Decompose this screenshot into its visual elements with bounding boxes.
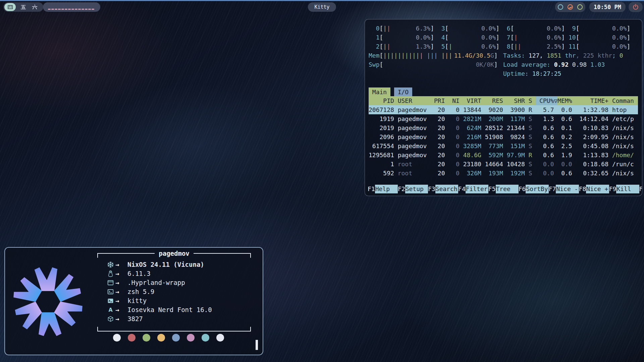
visualizer-bars xyxy=(48,9,94,10)
cpu-meter-10: 10[0.0%] xyxy=(565,33,630,42)
htop-tab-io[interactable]: I/O xyxy=(394,87,412,96)
top-bar: Kitty 10:50 PM xyxy=(0,0,644,15)
palette-dot xyxy=(202,334,209,342)
fetch-entry-text: NixOS 24.11 (Vicuna) xyxy=(127,260,204,269)
column-header-user[interactable]: USER xyxy=(398,96,431,105)
process-row[interactable]: 617554pagedmov2003285M773M151MS0.62.50:4… xyxy=(369,141,638,150)
cpu-meters: 0[||6.3%]3[0.0%]6[0.0%]9[0.0%]1[0.0%]4[0… xyxy=(369,24,640,51)
arrow-icon: → xyxy=(115,287,127,296)
htop-content: 0[||6.3%]3[0.0%]6[0.0%]9[0.0%]1[0.0%]4[0… xyxy=(365,19,642,196)
fetch-entry: →NixOS 24.11 (Vicuna) xyxy=(105,260,251,269)
window-icon xyxy=(105,279,115,286)
fkey-f8[interactable]: F8Nice + xyxy=(579,185,609,193)
terminal-cursor xyxy=(256,340,258,350)
htop-tabs: MainI/O xyxy=(369,87,640,96)
arrow-icon: → xyxy=(115,260,127,269)
cpu-meter-4: 4[0.0%] xyxy=(434,33,499,42)
process-row[interactable]: 2096pagedmov200216M519089824S0.60.22:09.… xyxy=(369,132,638,141)
process-row[interactable]: 1295681pagedmov20048.6G592M97.9MR0.61.91… xyxy=(369,150,638,160)
fetch-entries: →NixOS 24.11 (Vicuna)→6.11.3→.Hyprland-w… xyxy=(97,258,251,327)
fetch-entry-text: kitty xyxy=(127,296,147,305)
column-header-st[interactable]: S xyxy=(529,96,532,105)
cjk-glyph-icon xyxy=(20,4,26,10)
process-row[interactable]: 592root200326M193M192MS0.00.60:32.65/nix… xyxy=(369,169,638,178)
workspace-五[interactable] xyxy=(19,3,27,11)
column-header-mem[interactable]: MEM% xyxy=(557,96,572,105)
window-title-text: Kitty xyxy=(314,4,329,10)
fetch-entry: →zsh 5.9 xyxy=(105,287,251,296)
fkey-f9[interactable]: F9Kill xyxy=(609,185,639,193)
palette-dot xyxy=(143,334,150,342)
shell-prompt-icon xyxy=(105,288,115,295)
column-header-shr[interactable]: SHR xyxy=(507,96,525,105)
fkey-f2[interactable]: F2Setup xyxy=(398,185,428,193)
fkey-f5[interactable]: F5Tree xyxy=(488,185,519,193)
column-header-time[interactable]: TIME+ xyxy=(576,96,609,105)
cpu-meter-2: 2[||1.3%] xyxy=(369,42,434,51)
workspace-四[interactable] xyxy=(4,3,16,11)
power-button[interactable] xyxy=(629,2,643,12)
column-header-cpu[interactable]: CPU%▽ xyxy=(536,96,557,105)
nix-snowflake-icon xyxy=(105,261,115,268)
fetch-entry: →.Hyprland-wrapp xyxy=(105,278,251,287)
fetch-entry-text: 3827 xyxy=(127,314,143,323)
cpu-meter-7: 7[|0.6%] xyxy=(499,33,565,42)
fkey-f7[interactable]: F7Nice - xyxy=(549,185,579,193)
nixos-logo xyxy=(12,266,84,337)
fetch-entry: A→Iosevka Nerd Font 16.0 xyxy=(105,305,251,314)
font-icon: A xyxy=(105,306,115,313)
cpu-meter-11: 11[0.0%] xyxy=(565,42,630,51)
active-window-title-pill: Kitty xyxy=(308,2,336,12)
clock-pill[interactable]: 10:50 PM xyxy=(589,2,626,12)
cpu-meter-3: 3[0.0%] xyxy=(434,24,499,33)
fetch-info-box: pagedmov →NixOS 24.11 (Vicuna)→6.11.3→.H… xyxy=(97,253,251,331)
palette-dot xyxy=(172,334,180,342)
process-row[interactable]: 1919pagedmov2002821M200M117MS1.30.614:12… xyxy=(369,114,638,123)
column-header-pri[interactable]: PRI xyxy=(434,96,445,105)
cpu-meter-8: 8[||2.5%] xyxy=(499,42,565,51)
fetch-entry: →kitty xyxy=(105,296,251,305)
tux-penguin-icon xyxy=(105,270,115,277)
audio-visualizer-pill[interactable] xyxy=(43,2,100,12)
cpu-meter-0: 0[||6.3%] xyxy=(369,24,434,33)
night-light-icon[interactable] xyxy=(567,4,574,10)
terminal-icon xyxy=(105,297,115,304)
column-header-virt[interactable]: VIRT xyxy=(463,96,481,105)
tasks-line: Tasks: 127, 1851 thr, 225 kthr; 0 xyxy=(503,51,640,60)
arrow-icon: → xyxy=(115,278,127,287)
green-ring-icon[interactable] xyxy=(577,4,583,10)
fkey-f1[interactable]: F1Help xyxy=(368,185,398,193)
cpu-meter-1: 1[0.0%] xyxy=(369,33,434,42)
process-table-header[interactable]: PIDUSERPRINIVIRTRESSHRSCPU%▽MEM%TIME+Com… xyxy=(369,96,638,105)
fetch-username: pagedmov xyxy=(155,249,194,258)
process-row[interactable]: 1root200231801466410428S0.00.00:18.68/ru… xyxy=(369,160,638,169)
process-table-rows: 2067128pagedmov2001384490203900R5.70.01:… xyxy=(369,105,640,178)
swap-row: Swp[0K/0K] Load average: 0.92 0.98 1.03 xyxy=(369,60,640,69)
process-row[interactable]: 2067128pagedmov2001384490203900R5.70.01:… xyxy=(369,105,638,114)
column-header-pid[interactable]: PID xyxy=(369,96,394,105)
workspaces-pill[interactable] xyxy=(3,2,43,12)
tray-pill[interactable] xyxy=(555,2,585,12)
fetch-terminal-window[interactable]: pagedmov →NixOS 24.11 (Vicuna)→6.11.3→.H… xyxy=(4,247,263,355)
function-key-bar: F1HelpF2SetupF3SearchF4FilterF5TreeF6Sor… xyxy=(368,185,642,193)
fetch-entry-text: 6.11.3 xyxy=(127,269,151,278)
cpu-meter-6: 6[0.0%] xyxy=(499,24,565,33)
column-header-res[interactable]: RES xyxy=(485,96,503,105)
palette-dot xyxy=(187,334,195,342)
fkey-f3[interactable]: F3Search xyxy=(428,185,458,193)
swap-meter: Swp[0K/0K] xyxy=(369,60,498,69)
column-header-cmd[interactable]: Comman xyxy=(612,96,638,105)
top-accent-line xyxy=(0,0,644,1)
workspace-六[interactable] xyxy=(31,3,39,11)
package-icon xyxy=(105,315,115,322)
fkey-f4[interactable]: F4Filter xyxy=(458,185,488,193)
fkey-f6[interactable]: F6SortBy xyxy=(519,185,549,193)
htop-terminal-window[interactable]: 0[||6.3%]3[0.0%]6[0.0%]9[0.0%]1[0.0%]4[0… xyxy=(365,19,642,196)
fetch-entry-text: .Hyprland-wrapp xyxy=(127,278,185,287)
fkey-f[interactable]: F xyxy=(639,185,642,193)
arrow-icon: → xyxy=(115,314,127,323)
column-header-ni[interactable]: NI xyxy=(448,96,460,105)
htop-tab-main[interactable]: Main xyxy=(369,87,390,96)
teal-ring-icon[interactable] xyxy=(557,4,564,10)
process-row[interactable]: 2019pagedmov200624M2851221344S0.60.10:10… xyxy=(369,123,638,132)
